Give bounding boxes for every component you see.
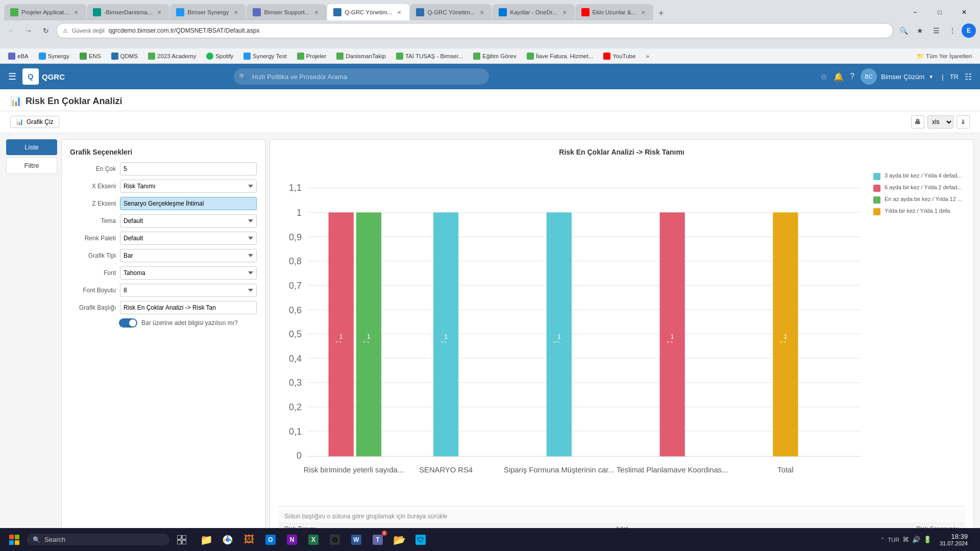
export-button[interactable]: ⇓: [957, 115, 970, 129]
legend-color-1: [873, 173, 880, 180]
back-button[interactable]: ←: [4, 23, 18, 38]
start-button[interactable]: [4, 530, 24, 550]
print-button[interactable]: 🖶: [911, 115, 924, 129]
en-cok-input[interactable]: [120, 162, 257, 176]
volume-icon[interactable]: 🔊: [912, 536, 920, 543]
tab-close[interactable]: ✕: [560, 9, 569, 16]
extensions-button[interactable]: ☰: [929, 23, 943, 38]
maximize-button[interactable]: □: [928, 4, 951, 20]
close-button[interactable]: ✕: [952, 4, 976, 20]
tab-close[interactable]: ✕: [232, 9, 240, 16]
hamburger-menu-icon[interactable]: ☰: [8, 71, 16, 82]
onenote-icon[interactable]: N: [282, 530, 302, 550]
forward-button[interactable]: →: [21, 23, 36, 38]
legend-item-3: En az ayda bir kez / Yılda 12 ...: [873, 196, 965, 204]
photo-icon[interactable]: 🖼: [239, 530, 259, 550]
bookmarks-folder[interactable]: 📁 Tüm Yer İşaretleri: [913, 51, 976, 61]
tab-kayitlar[interactable]: Kayıtlar - OneDr... ✕: [493, 4, 574, 20]
bookmark-star-button[interactable]: ★: [913, 23, 927, 38]
bar-adet-toggle[interactable]: [119, 318, 137, 328]
tab-close[interactable]: ✕: [312, 9, 321, 16]
setting-row-x-ekseni: X Ekseni Risk Tanımı: [70, 180, 257, 193]
grid-icon-btn[interactable]: ☷: [965, 72, 972, 82]
svg-rect-50: [15, 540, 19, 545]
address-bar[interactable]: ⚠ Güvenli değil qgrcdemo.bimser.com.tr/Q…: [56, 23, 893, 38]
toolbar-right: 🖶 xls xlsx csv ⇓: [911, 115, 970, 129]
export-format-select[interactable]: xls xlsx csv: [927, 115, 953, 129]
minimize-button[interactable]: −: [903, 4, 927, 20]
outlook-icon[interactable]: O: [260, 530, 281, 550]
x-ekseni-select[interactable]: Risk Tanımı: [120, 180, 257, 193]
font-boyutu-select[interactable]: 8: [120, 284, 257, 297]
language-button[interactable]: TR: [950, 73, 959, 81]
renk-select[interactable]: Default: [120, 232, 257, 245]
page-header: 📊 Risk En Çoklar Analizi: [0, 89, 980, 111]
tab-favicon: [333, 8, 341, 16]
tab-qgrc2[interactable]: Q-GRC Yönetim... ✕: [410, 4, 492, 20]
sidebar-btn-liste[interactable]: Liste: [6, 139, 57, 155]
bookmark-synergy[interactable]: Synergy: [35, 51, 74, 61]
wifi-icon[interactable]: ⌘: [902, 536, 909, 543]
bookmark-favicon: [8, 53, 15, 60]
bookmark-favicon: [111, 53, 118, 60]
z-ekseni-select[interactable]: Senaryo Gerçekleşme İhtimal: [120, 197, 257, 210]
tray-chevron[interactable]: ⌃: [880, 537, 885, 542]
bookmark-projeler[interactable]: Projeler: [293, 51, 331, 61]
user-menu[interactable]: BC Bimser Çözüm ▼: [861, 68, 934, 85]
tab-projeler[interactable]: Projeler Applicat... ✕: [4, 4, 86, 20]
bookmark-youtube[interactable]: YouTube: [599, 51, 640, 61]
profile-button[interactable]: E: [962, 23, 976, 38]
teams-icon[interactable]: T 1: [368, 530, 388, 550]
tab-close[interactable]: ✕: [478, 9, 486, 16]
tab-synergy[interactable]: Bimser Synergy ✕: [170, 4, 246, 20]
bookmark-eba[interactable]: eBA: [4, 51, 33, 61]
bookmark-synergy-test[interactable]: Synergy Test: [239, 51, 290, 61]
tab-close[interactable]: ✕: [155, 9, 163, 16]
folder-icon-taskbar[interactable]: 📂: [389, 530, 409, 550]
defender-icon[interactable]: 🛡: [410, 530, 431, 550]
bookmark-ilave[interactable]: İlave Fatura. Hizmet...: [523, 51, 597, 61]
grafik-tipi-select[interactable]: Bar: [120, 249, 257, 262]
settings-button[interactable]: ⋮: [945, 23, 960, 38]
search-input[interactable]: [234, 68, 489, 85]
tab-close[interactable]: ✕: [72, 9, 80, 16]
tab-support[interactable]: Bimser Support... ✕: [247, 4, 327, 20]
bookmark-spotify[interactable]: Spotify: [202, 51, 237, 61]
bookmarks-more-button[interactable]: »: [642, 52, 653, 61]
tab-close[interactable]: ✕: [639, 9, 647, 16]
font-select[interactable]: Tahoma: [120, 266, 257, 280]
sidebar-btn-filtre[interactable]: Filtre: [6, 157, 57, 174]
notification-icon-btn[interactable]: 🔔: [834, 72, 844, 82]
taskbar-clock[interactable]: 18:39 31.07.2024: [940, 533, 968, 546]
reload-button[interactable]: ↻: [39, 23, 53, 38]
tab-close[interactable]: ✕: [395, 9, 403, 16]
tab-bimser[interactable]: -BimserDanisma... ✕: [87, 4, 170, 20]
bookmark-qdms[interactable]: QDMS: [107, 51, 142, 61]
toolbar: 📊 Grafik Çiz 🖶 xls xlsx csv ⇓: [0, 111, 980, 133]
bookmark-egitim[interactable]: Eğitim Görev: [469, 51, 520, 61]
new-tab-button[interactable]: +: [654, 6, 668, 20]
excel-icon[interactable]: X: [303, 530, 324, 550]
bookmark-favicon: [39, 53, 46, 60]
grafik-ciz-button[interactable]: 📊 Grafik Çiz: [10, 116, 59, 128]
bookmark-tai[interactable]: TAİ TUSAŞ - Bimser...: [392, 51, 467, 61]
taskbar-search[interactable]: 🔍 Search: [27, 534, 169, 545]
task-view-button[interactable]: [172, 530, 192, 550]
tab-qgrc-active[interactable]: Q-GRC Yönetim... ✕: [327, 4, 409, 20]
star-icon-btn[interactable]: ☆: [820, 72, 827, 82]
bookmark-ens[interactable]: ENS: [76, 51, 105, 61]
bookmark-academy[interactable]: 2023 Academy: [144, 51, 200, 61]
tema-select[interactable]: Default: [120, 214, 257, 228]
file-explorer-icon[interactable]: 📁: [196, 530, 216, 550]
bookmark-danisman[interactable]: DanismanTakip: [332, 51, 390, 61]
browser-chrome-icon[interactable]: [217, 530, 238, 550]
app-search[interactable]: 🔍: [234, 68, 489, 85]
taskmanager-icon[interactable]: ⚙: [325, 530, 345, 550]
search-icon-btn[interactable]: 🔍: [896, 23, 911, 38]
svg-text:Risk biriminde yeterli sayıda.: Risk biriminde yeterli sayıda...: [304, 466, 404, 474]
word-icon[interactable]: W: [346, 530, 366, 550]
tab-youtube[interactable]: Ekin Uzunlar &... ✕: [575, 4, 654, 20]
folder-label: Tüm Yer İşaretleri: [926, 53, 972, 59]
help-icon-btn[interactable]: ?: [850, 72, 854, 81]
grafik-baslik-input[interactable]: [120, 301, 257, 314]
